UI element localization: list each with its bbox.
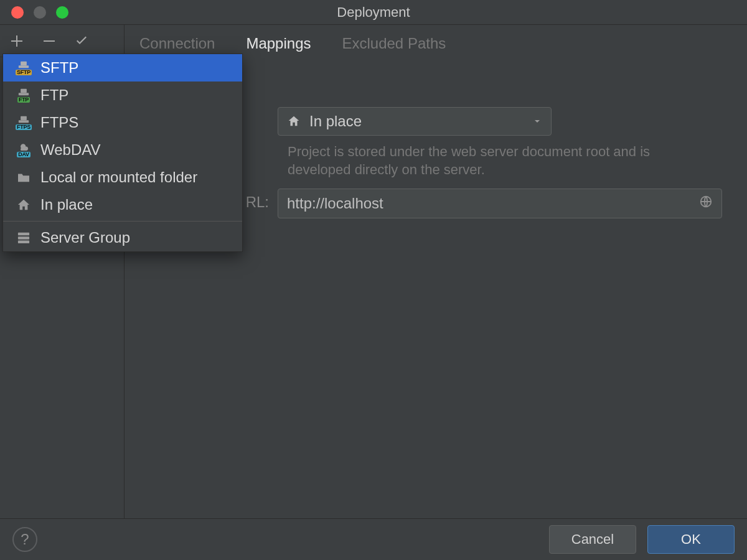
minimize-window-button[interactable] bbox=[34, 6, 46, 19]
web-server-url-field-wrap[interactable] bbox=[278, 189, 722, 218]
tab-connection[interactable]: Connection bbox=[139, 35, 215, 52]
svg-rect-4 bbox=[19, 93, 29, 95]
svg-rect-9 bbox=[18, 236, 29, 240]
folder-icon bbox=[16, 170, 32, 185]
ftp-icon: FTP bbox=[16, 88, 32, 103]
window-title: Deployment bbox=[337, 4, 410, 21]
globe-icon[interactable] bbox=[699, 195, 713, 212]
deployment-type-select[interactable]: In place bbox=[278, 107, 552, 136]
menu-item-sftp[interactable]: SFTP SFTP bbox=[3, 54, 242, 82]
tab-mappings[interactable]: Mappings bbox=[246, 35, 311, 52]
cancel-button[interactable]: Cancel bbox=[549, 525, 636, 554]
menu-item-ftp[interactable]: FTP FTP bbox=[3, 82, 242, 109]
window-controls bbox=[0, 6, 68, 19]
svg-rect-8 bbox=[18, 233, 29, 236]
menu-item-server-group[interactable]: Server Group bbox=[3, 224, 242, 251]
titlebar: Deployment bbox=[0, 0, 747, 25]
menu-item-ftps[interactable]: FTPS FTPS bbox=[3, 109, 242, 136]
svg-rect-0 bbox=[44, 40, 55, 42]
menu-item-in-place[interactable]: In place bbox=[3, 191, 242, 218]
remove-server-button[interactable] bbox=[41, 33, 57, 49]
ftps-icon: FTPS bbox=[16, 115, 32, 130]
menu-item-ftp-label: FTP bbox=[40, 86, 68, 104]
main-split: Connection Mappings Excluded Paths ly fo… bbox=[0, 25, 747, 518]
help-button[interactable]: ? bbox=[12, 527, 37, 552]
deployment-type-help: Project is stored under the web server d… bbox=[278, 143, 676, 179]
home-icon bbox=[287, 114, 301, 128]
menu-item-ftps-label: FTPS bbox=[40, 114, 78, 131]
svg-rect-5 bbox=[21, 89, 27, 93]
svg-rect-6 bbox=[19, 120, 29, 123]
close-window-button[interactable] bbox=[11, 6, 24, 19]
sftp-icon: SFTP bbox=[16, 60, 32, 75]
menu-item-webdav[interactable]: DAV WebDAV bbox=[3, 136, 242, 164]
add-server-type-menu: SFTP SFTP FTP FTP FTPS FTPS DAV WebDAV bbox=[2, 54, 243, 252]
maximize-window-button[interactable] bbox=[56, 6, 68, 19]
sidebar-toolbar bbox=[0, 25, 124, 57]
menu-item-local-folder-label: Local or mounted folder bbox=[40, 169, 197, 186]
home-icon bbox=[16, 197, 32, 212]
webdav-icon: DAV bbox=[16, 142, 32, 157]
menu-item-in-place-label: In place bbox=[40, 196, 93, 213]
menu-item-sftp-label: SFTP bbox=[40, 59, 78, 77]
bottom-bar: ? Cancel OK bbox=[0, 518, 747, 559]
add-server-button[interactable] bbox=[9, 33, 25, 49]
deployment-type-value: In place bbox=[309, 113, 362, 130]
menu-separator bbox=[3, 221, 242, 222]
svg-rect-3 bbox=[21, 62, 27, 66]
chevron-down-icon bbox=[532, 113, 542, 130]
ok-button[interactable]: OK bbox=[647, 525, 735, 554]
set-default-server-button[interactable] bbox=[73, 33, 90, 49]
web-server-url-input[interactable] bbox=[287, 195, 699, 212]
menu-item-webdav-label: WebDAV bbox=[40, 141, 100, 159]
menu-item-server-group-label: Server Group bbox=[40, 229, 130, 246]
server-group-icon bbox=[16, 230, 32, 245]
menu-item-local-folder[interactable]: Local or mounted folder bbox=[3, 164, 242, 191]
svg-rect-10 bbox=[18, 241, 29, 244]
svg-rect-2 bbox=[19, 65, 29, 68]
svg-rect-7 bbox=[21, 116, 27, 121]
tab-excluded-paths[interactable]: Excluded Paths bbox=[342, 35, 446, 52]
